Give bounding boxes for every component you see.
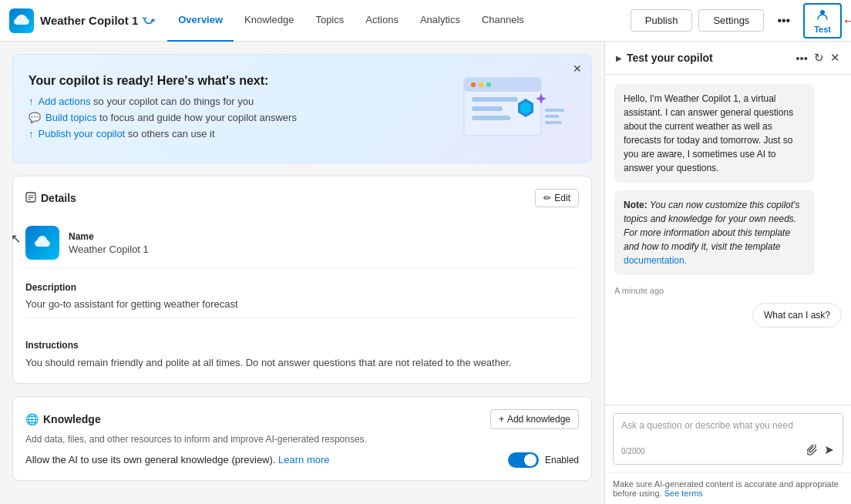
add-actions-link[interactable]: Add actions <box>39 96 91 107</box>
chat-input-area: 0/2000 <box>605 405 851 472</box>
edit-label: Edit <box>554 193 570 203</box>
details-card-header: Details ✏ Edit <box>25 189 579 207</box>
send-button[interactable] <box>824 445 835 458</box>
banner-text: Your copilot is ready! Here's what's nex… <box>29 74 297 144</box>
svg-point-5 <box>486 82 491 87</box>
learn-more-link[interactable]: Learn more <box>278 454 329 465</box>
app-title: Weather Copilot 1 <box>40 14 138 27</box>
details-label: Details <box>41 192 76 204</box>
chat-input-box: 0/2000 <box>613 413 843 465</box>
knowledge-card-header: 🌐 Knowledge + Add knowledge <box>25 409 579 429</box>
char-count: 0/2000 <box>621 447 645 455</box>
publish-copilot-icon: ↑ <box>29 128 34 139</box>
footer-note: Make sure AI-generated content is accura… <box>605 472 851 504</box>
note-italic-text: You can now customize this copilot's top… <box>624 200 799 252</box>
app-logo <box>9 8 34 33</box>
instructions-value: You should remain friendly and polite at… <box>25 355 579 371</box>
user-message-container: What can I ask? <box>614 303 842 328</box>
panel-close-button[interactable]: ✕ <box>830 51 840 65</box>
details-card: Details ✏ Edit Name Weather Copilot 1 <box>12 176 592 384</box>
expand-icon[interactable]: ▶ <box>616 54 622 62</box>
publish-copilot-text: Publish your copilot so others can use i… <box>39 128 215 139</box>
name-row: Name Weather Copilot 1 <box>25 218 579 268</box>
toggle-right: Enabled <box>508 452 579 468</box>
main-content: Your copilot is ready! Here's what's nex… <box>0 42 604 504</box>
documentation-link[interactable]: documentation. <box>624 255 687 266</box>
banner-illustration <box>452 70 576 147</box>
svg-rect-11 <box>545 109 564 112</box>
test-button[interactable]: Test <box>803 3 842 39</box>
build-topics-link[interactable]: Build topics <box>45 112 96 123</box>
test-panel: ▶ Test your copilot ••• ↻ ✕ Hello, I'm W… <box>604 42 851 504</box>
attach-button[interactable] <box>807 445 818 458</box>
test-label: Test <box>814 25 831 34</box>
test-person-icon <box>816 8 829 25</box>
panel-more-button[interactable]: ••• <box>796 52 808 65</box>
instructions-row: Instructions You should remain friendly … <box>25 326 579 371</box>
banner-title: Your copilot is ready! Here's what's nex… <box>29 74 297 88</box>
nav-tabs: Overview Knowledge Topics Actions Analyt… <box>167 0 631 42</box>
knowledge-label: Knowledge <box>43 413 101 425</box>
name-info: Name Weather Copilot 1 <box>69 231 149 255</box>
svg-rect-13 <box>545 121 562 124</box>
chat-icons <box>807 445 835 458</box>
panel-header: ▶ Test your copilot ••• ↻ ✕ <box>605 42 851 75</box>
tab-knowledge[interactable]: Knowledge <box>234 0 304 42</box>
description-label: Description <box>25 282 579 293</box>
instructions-label: Instructions <box>25 340 579 351</box>
add-knowledge-label: Add knowledge <box>507 414 570 425</box>
main-layout: Your copilot is ready! Here's what's nex… <box>0 42 851 504</box>
svg-rect-7 <box>472 106 503 111</box>
tab-overview[interactable]: Overview <box>167 0 234 42</box>
svg-rect-8 <box>472 116 510 120</box>
panel-title-row: ▶ Test your copilot <box>616 52 713 64</box>
edit-button[interactable]: ✏ Edit <box>535 189 579 207</box>
tab-analytics[interactable]: Analytics <box>409 0 471 42</box>
panel-refresh-button[interactable]: ↻ <box>814 51 824 65</box>
name-value: Weather Copilot 1 <box>69 244 149 255</box>
description-value: Your go-to assistant for getting weather… <box>25 297 579 318</box>
welcome-banner: Your copilot is ready! Here's what's nex… <box>12 54 592 163</box>
user-message: What can I ask? <box>752 303 842 328</box>
publish-copilot-link[interactable]: Publish your copilot <box>39 128 126 139</box>
svg-point-0 <box>820 10 825 15</box>
name-label: Name <box>69 231 149 242</box>
edit-icon: ✏ <box>543 193 551 203</box>
add-knowledge-button[interactable]: + Add knowledge <box>490 409 579 429</box>
details-icon <box>25 192 36 205</box>
knowledge-title: 🌐 Knowledge <box>25 413 101 425</box>
svg-rect-6 <box>472 97 518 102</box>
chat-input[interactable] <box>621 420 835 442</box>
publish-button[interactable]: Publish <box>631 9 693 32</box>
tab-channels[interactable]: Channels <box>471 0 535 42</box>
plus-icon: + <box>499 414 504 425</box>
copilot-avatar <box>25 226 59 260</box>
knowledge-card: 🌐 Knowledge + Add knowledge Add data, fi… <box>12 396 592 481</box>
tab-topics[interactable]: Topics <box>304 0 355 42</box>
see-terms-link[interactable]: See terms <box>664 489 703 498</box>
general-knowledge-toggle[interactable] <box>508 452 539 468</box>
nav-action-buttons: Publish Settings ••• Test ← <box>631 3 842 39</box>
toggle-label: Allow the AI to use its own general know… <box>25 454 330 465</box>
svg-rect-12 <box>545 115 559 118</box>
panel-title: Test your copilot <box>627 52 713 64</box>
knowledge-description: Add data, files, and other resources to … <box>25 434 579 445</box>
banner-item-actions: ↑ Add actions so your copilot can do thi… <box>29 96 297 107</box>
sync-icon[interactable] <box>143 13 155 28</box>
arrow-indicator: ← <box>842 12 851 29</box>
banner-item-publish: ↑ Publish your copilot so others can use… <box>29 128 297 139</box>
note-bold-label: Note: <box>624 200 650 210</box>
panel-action-buttons: ••• ↻ ✕ <box>796 51 840 65</box>
more-options-button[interactable]: ••• <box>770 8 797 33</box>
bot-note-message: Note: You can now customize this copilot… <box>614 190 815 275</box>
knowledge-globe-icon: 🌐 <box>25 413 39 425</box>
build-topics-icon: 💬 <box>29 112 41 123</box>
tab-actions[interactable]: Actions <box>355 0 409 42</box>
banner-close-button[interactable]: ✕ <box>573 62 582 75</box>
svg-point-4 <box>479 82 483 87</box>
add-actions-icon: ↑ <box>29 96 34 107</box>
settings-button[interactable]: Settings <box>698 9 764 32</box>
banner-item-topics: 💬 Build topics to focus and guide how yo… <box>29 112 297 123</box>
chat-input-bottom: 0/2000 <box>621 445 835 458</box>
description-row: Description Your go-to assistant for get… <box>25 268 579 326</box>
